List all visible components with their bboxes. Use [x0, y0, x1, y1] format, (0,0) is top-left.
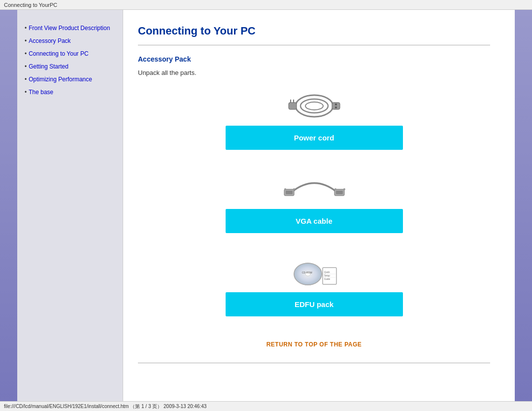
- power-cord-label: Power cord: [226, 126, 403, 150]
- accessories-wrapper: Power cord: [138, 86, 490, 358]
- svg-rect-10: [286, 191, 293, 194]
- sidebar-link-front-view[interactable]: Front View Product Description: [29, 25, 110, 32]
- sidebar-nav: Front View Product Description Accessory…: [25, 25, 115, 96]
- svg-point-7: [335, 103, 337, 105]
- svg-point-2: [305, 102, 323, 110]
- vga-cable-svg: [282, 172, 346, 206]
- content-inner: Connecting to Your PC Accessory Pack Unp…: [123, 10, 515, 401]
- power-cord-svg: [285, 89, 344, 123]
- svg-point-12: [293, 188, 295, 190]
- svg-rect-3: [289, 103, 297, 109]
- vga-cable-image: [282, 170, 346, 209]
- power-cord-image: [282, 86, 346, 126]
- svg-text:Guide: Guide: [324, 278, 331, 280]
- top-divider: [138, 45, 490, 45]
- sidebar-item-optimizing[interactable]: Optimizing Performance: [25, 76, 115, 83]
- svg-text:CD-ROM: CD-ROM: [302, 271, 312, 274]
- title-bar-text: Connecting to YourPC: [4, 2, 57, 8]
- sidebar-link-the-base[interactable]: The base: [29, 89, 53, 96]
- title-bar: Connecting to YourPC: [0, 0, 532, 10]
- edfu-pack-item: CD-ROM Quick Setup Guide EDFU pack: [226, 253, 403, 326]
- svg-point-8: [335, 106, 337, 108]
- page-title: Connecting to Your PC: [138, 25, 490, 37]
- status-bar-text: file:///CD/lcd/manual/ENGLISH/192E1/inst…: [4, 403, 206, 410]
- status-bar: file:///CD/lcd/manual/ENGLISH/192E1/inst…: [0, 401, 532, 411]
- svg-point-0: [296, 95, 333, 117]
- vga-cable-item: VGA cable: [226, 170, 403, 243]
- right-accent-bar: [515, 10, 532, 401]
- sidebar-item-accessory-pack[interactable]: Accessory Pack: [25, 37, 115, 44]
- sidebar-item-connecting[interactable]: Connecting to Your PC: [25, 50, 115, 57]
- svg-point-15: [334, 188, 336, 190]
- svg-point-16: [343, 188, 345, 190]
- main-content: Connecting to Your PC Accessory Pack Unp…: [123, 10, 515, 401]
- sidebar-link-getting-started[interactable]: Getting Started: [29, 63, 68, 70]
- left-accent-bar: [0, 10, 17, 401]
- svg-point-11: [284, 188, 286, 190]
- edfu-svg: CD-ROM Quick Setup Guide: [287, 255, 341, 290]
- sidebar: Front View Product Description Accessory…: [17, 10, 123, 401]
- edfu-pack-label: EDFU pack: [226, 292, 403, 316]
- sidebar-link-accessory-pack[interactable]: Accessory Pack: [29, 37, 70, 44]
- svg-text:Quick: Quick: [324, 271, 330, 274]
- bottom-divider: [138, 363, 490, 363]
- section-title: Accessory Pack: [138, 55, 490, 63]
- power-cord-item: Power cord: [226, 86, 403, 160]
- sidebar-link-optimizing[interactable]: Optimizing Performance: [29, 76, 92, 83]
- edfu-pack-image: CD-ROM Quick Setup Guide: [282, 253, 346, 292]
- svg-point-1: [300, 99, 328, 113]
- svg-rect-14: [336, 191, 343, 194]
- sidebar-link-connecting[interactable]: Connecting to Your PC: [29, 50, 88, 57]
- sidebar-item-getting-started[interactable]: Getting Started: [25, 63, 115, 70]
- return-to-top-link[interactable]: RETURN TO TOP OF THE PAGE: [266, 341, 362, 348]
- vga-cable-label: VGA cable: [226, 209, 403, 233]
- svg-text:Setup: Setup: [324, 274, 330, 277]
- sidebar-item-the-base[interactable]: The base: [25, 89, 115, 96]
- description-text: Unpack all the parts.: [138, 69, 490, 76]
- sidebar-item-front-view[interactable]: Front View Product Description: [25, 25, 115, 32]
